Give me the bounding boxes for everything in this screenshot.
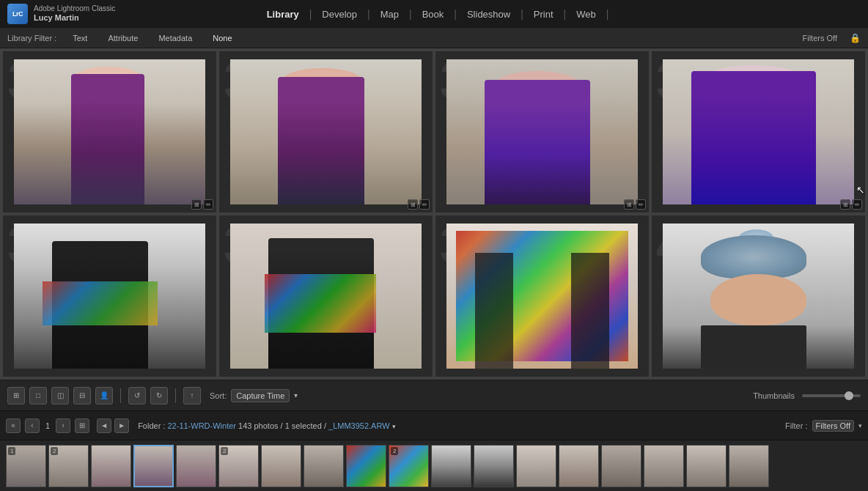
grid-cell-1[interactable]: 3 ⊞ ✏ — [3, 51, 216, 213]
nav-menu: Library | Develop | Map | Book | Slidesh… — [260, 6, 609, 23]
filmstrip-thumb-10[interactable]: 2 — [389, 445, 429, 487]
filmstrip-thumb-17[interactable] — [686, 445, 727, 487]
filmstrip-thumb-14[interactable] — [559, 445, 599, 487]
crop-icon-1: ⊞ — [191, 199, 202, 210]
filmstrip-thumb-1[interactable]: 1 — [6, 445, 46, 487]
grid-cell-8[interactable]: 40 — [652, 215, 865, 377]
bottom-toolbar: ⊞ □ ◫ ⊟ 👤 ↺ ↻ ↑ Sort: Capture Time ▾ Thu… — [0, 380, 868, 410]
selected-count-value: 1 selected — [285, 421, 322, 430]
filmstrip-thumb-12[interactable] — [474, 445, 514, 487]
nav-prev-button[interactable]: ‹ — [25, 418, 40, 433]
photo-thumb-1 — [14, 59, 206, 204]
sort-order-button[interactable]: ↑ — [183, 387, 201, 405]
figure-element-4 — [691, 71, 816, 204]
loupe-view-button[interactable]: □ — [29, 387, 47, 405]
edit-icon-2: ✏ — [419, 199, 430, 210]
cell-icons-1: ⊞ ✏ — [191, 199, 213, 210]
app-logo-area: LrC Adobe Lightroom Classic Lucy Martin — [7, 4, 115, 24]
nav-item-library[interactable]: Library — [260, 6, 306, 23]
photo-thumb-7 — [446, 224, 639, 369]
grid-cell-2[interactable]: 34 ⊞ ✏ — [219, 51, 433, 213]
nav-item-print[interactable]: Print — [526, 6, 561, 23]
filmstrip-thumb-11[interactable] — [431, 445, 471, 487]
folder-info: Folder : 22-11-WRD-Winter 143 photos / 1… — [138, 421, 396, 430]
filmstrip-view-btn[interactable]: ⊞ — [75, 418, 89, 433]
nav-item-web[interactable]: Web — [569, 6, 603, 23]
filter-none-option[interactable]: None — [208, 32, 236, 44]
go-forward-button[interactable]: ► — [114, 418, 129, 433]
nav-item-develop[interactable]: Develop — [315, 6, 364, 23]
filmstrip-thumb-5[interactable] — [176, 445, 216, 487]
photo-thumb-5 — [14, 224, 206, 369]
page-indicator: 1 — [44, 421, 51, 430]
hat-element-8 — [701, 235, 806, 278]
edit-icon-4: ✏ — [852, 199, 862, 210]
grid-cell-4[interactable]: 36 ⊞ ✏ — [652, 51, 865, 213]
toolbar-sep-1 — [120, 388, 121, 403]
nav-sep-1: | — [309, 8, 312, 20]
nav-sep-7: | — [606, 8, 609, 20]
nav-first-button[interactable]: « — [6, 418, 21, 433]
filter-attribute-option[interactable]: Attribute — [103, 32, 142, 44]
go-back-button[interactable]: ◄ — [97, 418, 111, 433]
filmstrip: 1 2 2 2 — [0, 440, 868, 491]
nav-sep-2: | — [367, 8, 370, 20]
photo-thumb-6 — [230, 224, 422, 369]
film-badge-1: 1 — [8, 447, 15, 455]
nav-item-map[interactable]: Map — [373, 6, 406, 23]
sort-value-dropdown[interactable]: Capture Time — [231, 389, 290, 402]
filmstrip-thumb-13[interactable] — [516, 445, 556, 487]
user-name: Lucy Martin — [34, 13, 115, 23]
file-name[interactable]: _LMM3952.ARW — [328, 421, 390, 430]
grid-cell-5[interactable]: 3 — [3, 215, 216, 377]
nav-item-slideshow[interactable]: Slideshow — [460, 6, 518, 23]
grid-cell-3[interactable]: 35 ⊞ ✏ — [435, 51, 649, 213]
filter-text-option[interactable]: Text — [68, 32, 92, 44]
filmstrip-thumb-9[interactable] — [346, 445, 386, 487]
status-bar: « ‹ 1 › ⊞ ◄ ► Folder : 22-11-WRD-Winter … — [0, 410, 868, 440]
nav-sep-5: | — [521, 8, 523, 20]
filter-bar-label: Library Filter : — [7, 34, 56, 43]
filter-status-value[interactable]: Filters Off — [812, 420, 854, 432]
filmstrip-thumb-16[interactable] — [644, 445, 684, 487]
compare-view-button[interactable]: ◫ — [51, 387, 69, 405]
toolbar-sep-2 — [175, 388, 176, 403]
photo-thumb-4 — [663, 59, 855, 204]
filmstrip-thumb-15[interactable] — [601, 445, 641, 487]
scarf-element-5 — [43, 281, 158, 325]
mouse-cursor: ↖ — [856, 184, 868, 199]
figure-right-7 — [571, 253, 609, 369]
grid-cell-7[interactable]: 36 — [435, 215, 649, 377]
photo-thumb-2 — [230, 59, 422, 204]
nav-item-book[interactable]: Book — [415, 6, 452, 23]
filmstrip-thumb-6[interactable]: 2 — [218, 445, 259, 487]
slider-thumb[interactable] — [845, 391, 853, 400]
nav-sep-4: | — [454, 8, 457, 20]
cell-icons-4: ⊞ ✏ — [840, 199, 862, 210]
filmstrip-thumb-8[interactable] — [304, 445, 344, 487]
filmstrip-thumb-3[interactable] — [91, 445, 131, 487]
grid-cell-6[interactable]: 36 — [219, 215, 433, 377]
filter-metadata-option[interactable]: Metadata — [154, 32, 196, 44]
people-view-button[interactable]: 👤 — [95, 387, 113, 405]
crop-icon-4: ⊞ — [840, 199, 850, 210]
survey-view-button[interactable]: ⊟ — [73, 387, 91, 405]
filmstrip-thumb-18[interactable] — [729, 445, 769, 487]
filmstrip-thumb-7[interactable] — [261, 445, 301, 487]
thumbnail-size-slider[interactable] — [802, 394, 861, 397]
filter-status-label: Filter : — [785, 421, 808, 430]
crop-icon-2: ⊞ — [408, 199, 418, 210]
grid-view-button[interactable]: ⊞ — [7, 387, 25, 405]
filmstrip-thumb-2[interactable]: 2 — [48, 445, 89, 487]
top-nav-bar: LrC Adobe Lightroom Classic Lucy Martin … — [0, 0, 868, 28]
photo-thumb-3 — [446, 59, 639, 204]
rotate-ccw-button[interactable]: ↺ — [128, 387, 146, 405]
thumbnails-label: Thumbnails — [753, 391, 795, 400]
filmstrip-thumb-4[interactable] — [133, 445, 174, 487]
rotate-cw-button[interactable]: ↻ — [150, 387, 168, 405]
library-filter-bar: Library Filter : Text Attribute Metadata… — [0, 28, 868, 48]
sort-chevron-icon: ▾ — [294, 391, 298, 399]
nav-next-button[interactable]: › — [56, 418, 70, 433]
folder-name[interactable]: 22-11-WRD-Winter — [167, 421, 236, 430]
app-title-area: Adobe Lightroom Classic Lucy Martin — [34, 4, 115, 23]
